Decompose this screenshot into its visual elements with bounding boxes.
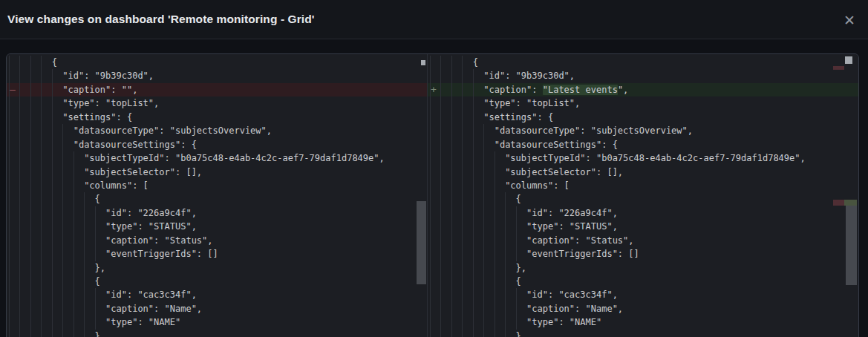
indent-guide bbox=[440, 206, 441, 220]
code-text: "caption": "Latest events", bbox=[430, 85, 628, 95]
original-code-panel[interactable]: { "id": "9b39c30d",– "caption": "", "typ… bbox=[7, 54, 427, 337]
code-line[interactable]: "subjectSelector": [], bbox=[428, 166, 858, 179]
code-line[interactable]: "id": "226a9c4f", bbox=[428, 206, 858, 220]
indent-guide bbox=[440, 138, 441, 151]
indent-guide bbox=[462, 220, 463, 233]
code-line[interactable]: "type": "NAME" bbox=[428, 315, 858, 329]
indent-guide bbox=[430, 138, 431, 151]
indent-guide bbox=[462, 124, 463, 137]
indent-guide bbox=[30, 275, 31, 288]
code-line[interactable]: "datasourceType": "subjectsOverview", bbox=[428, 124, 858, 137]
indent-guide bbox=[505, 247, 506, 261]
code-text: "caption": bbox=[430, 85, 543, 95]
indent-guide bbox=[495, 315, 495, 329]
code-line[interactable]: "type": "topList", bbox=[7, 96, 427, 110]
modified-code-panel[interactable]: { "id": "9b39c30d",+ "caption": "Latest … bbox=[427, 54, 858, 337]
code-line[interactable]: "settings": { bbox=[428, 111, 858, 124]
code-line[interactable]: "id": "cac3c34f", bbox=[7, 288, 427, 301]
indent-guide bbox=[505, 206, 506, 220]
indent-guide bbox=[74, 151, 74, 165]
code-line[interactable]: "caption": "Status", bbox=[428, 234, 858, 247]
vertical-scrollbar-thumb[interactable] bbox=[417, 201, 426, 284]
code-line[interactable]: { bbox=[428, 192, 858, 206]
code-line[interactable]: "id": "cac3c34f", bbox=[428, 288, 858, 301]
diff-line-removed[interactable]: – "caption": "", bbox=[7, 83, 427, 96]
code-line[interactable]: }, bbox=[428, 330, 858, 337]
code-line[interactable]: "id": "9b39c30d", bbox=[428, 69, 858, 82]
code-line[interactable]: { bbox=[7, 56, 427, 69]
indent-guide bbox=[41, 166, 42, 179]
indent-guide bbox=[52, 96, 53, 110]
code-line[interactable]: { bbox=[7, 192, 427, 206]
indent-guide bbox=[483, 234, 484, 247]
code-line[interactable]: "caption": "Name", bbox=[7, 302, 427, 315]
inline-added-text: "Latest events bbox=[543, 85, 618, 95]
code-line[interactable]: "settings": { bbox=[7, 111, 427, 124]
code-line[interactable]: }, bbox=[7, 330, 427, 337]
code-text: "subjectTypeId": "b0a75c48-e4ab-4c2c-aef… bbox=[9, 153, 385, 163]
indent-guide bbox=[516, 206, 517, 220]
indent-guide bbox=[440, 96, 441, 110]
indent-guide bbox=[440, 151, 441, 165]
vertical-scrollbar-thumb[interactable] bbox=[846, 206, 857, 285]
code-line[interactable]: "caption": "Status", bbox=[7, 234, 427, 247]
code-line[interactable]: "caption": "Name", bbox=[428, 302, 858, 315]
code-line[interactable]: "id": "226a9c4f", bbox=[7, 206, 427, 220]
indent-guide bbox=[430, 166, 431, 179]
indent-guide bbox=[74, 234, 74, 247]
indent-guide bbox=[19, 83, 20, 96]
indent-guide bbox=[19, 56, 20, 69]
dialog-header: View changes on dashboard 'Remote monito… bbox=[0, 0, 868, 39]
indent-guide bbox=[495, 288, 495, 301]
indent-guide bbox=[52, 234, 53, 247]
indent-guide bbox=[430, 96, 431, 110]
code-line[interactable]: "type": "topList", bbox=[428, 96, 858, 110]
code-line[interactable]: "eventTriggerIds": [] bbox=[428, 247, 858, 261]
indent-guide bbox=[430, 111, 431, 124]
indent-guide bbox=[30, 166, 31, 179]
code-line[interactable]: "eventTriggerIds": [] bbox=[7, 247, 427, 261]
indent-guide bbox=[52, 124, 53, 137]
code-line[interactable]: "subjectSelector": [], bbox=[7, 166, 427, 179]
code-line[interactable]: { bbox=[428, 275, 858, 288]
code-line[interactable]: "columns": [ bbox=[7, 179, 427, 192]
code-line[interactable]: { bbox=[428, 56, 858, 69]
indent-guide bbox=[473, 315, 474, 329]
code-line[interactable]: "datasourceSettings": { bbox=[428, 138, 858, 151]
code-text: "type": "topList", bbox=[430, 98, 580, 108]
indent-guide bbox=[473, 111, 474, 124]
indent-guide bbox=[52, 111, 53, 124]
indent-guide bbox=[440, 234, 441, 247]
code-line[interactable]: "datasourceType": "subjectsOverview", bbox=[7, 124, 427, 137]
code-line[interactable]: "subjectTypeId": "b0a75c48-e4ab-4c2c-aef… bbox=[428, 151, 858, 165]
indent-guide bbox=[9, 234, 10, 247]
close-button[interactable]: ✕ bbox=[838, 9, 861, 31]
indent-guide bbox=[52, 330, 53, 337]
indent-guide bbox=[30, 315, 31, 329]
indent-guide bbox=[95, 247, 96, 261]
code-line[interactable]: "type": "STATUS", bbox=[7, 220, 427, 233]
code-line[interactable]: "subjectTypeId": "b0a75c48-e4ab-4c2c-aef… bbox=[7, 151, 427, 165]
code-line[interactable]: "type": "STATUS", bbox=[428, 220, 858, 233]
indent-guide bbox=[62, 179, 63, 192]
indent-guide bbox=[495, 247, 495, 261]
indent-guide bbox=[9, 220, 10, 233]
indent-guide bbox=[495, 206, 495, 220]
indent-guide bbox=[462, 69, 463, 82]
code-line[interactable]: }, bbox=[428, 261, 858, 275]
indent-guide bbox=[451, 69, 452, 82]
indent-guide bbox=[430, 179, 431, 192]
code-line[interactable]: "datasourceSettings": { bbox=[7, 138, 427, 151]
indent-guide bbox=[473, 302, 474, 315]
code-line[interactable]: { bbox=[7, 275, 427, 288]
indent-guide bbox=[462, 288, 463, 301]
code-line[interactable]: }, bbox=[7, 261, 427, 275]
indent-guide bbox=[483, 138, 484, 151]
indent-guide bbox=[473, 166, 474, 179]
overview-ruler-added-mark bbox=[844, 200, 857, 206]
code-line[interactable]: "columns": [ bbox=[428, 179, 858, 192]
diff-line-added[interactable]: + "caption": "Latest events", bbox=[428, 83, 858, 96]
code-line[interactable]: "id": "9b39c30d", bbox=[7, 69, 427, 82]
code-line[interactable]: "type": "NAME" bbox=[7, 315, 427, 329]
indent-guide bbox=[19, 261, 20, 275]
